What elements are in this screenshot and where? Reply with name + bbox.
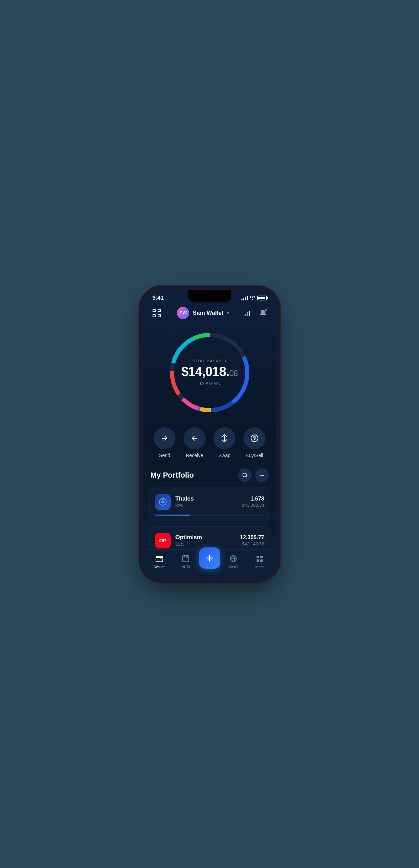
swap-label: Swap [219, 453, 231, 458]
asset-row-optimism: OP Optimism 31% 12,305.77 $42,149.56 [155, 533, 264, 548]
balance-cents: 08 [229, 368, 238, 378]
phone-screen: 9:41 [143, 290, 276, 579]
svg-rect-32 [260, 559, 263, 562]
balance-label: TOTAL BALANCE [181, 359, 238, 363]
receive-button[interactable] [184, 427, 206, 449]
portfolio-actions [238, 468, 269, 482]
portfolio-title: My Portfolio [150, 471, 194, 480]
thales-values: 1.673 $43,003.34 [242, 496, 264, 508]
donut-chart: TOTAL BALANCE $14,018.08 12 Assets [165, 328, 254, 417]
balance-amount: $14,018.08 [181, 365, 238, 378]
optimism-name: Optimism [175, 534, 235, 541]
wallet-name-label: Sam Wallet [193, 310, 223, 316]
svg-rect-31 [257, 559, 259, 562]
svg-rect-8 [247, 312, 248, 316]
asset-row-thales: Thales 32% 1.673 $43,003.34 [155, 494, 264, 510]
chevron-down-icon: ▾ [227, 311, 229, 315]
notification-badge [264, 308, 268, 312]
optimism-logo: OP [155, 533, 171, 548]
more-nav-icon [255, 554, 264, 563]
send-label: Send [159, 453, 170, 458]
swap-button[interactable] [213, 427, 235, 449]
buysell-action[interactable]: $ Buy/Sell [244, 427, 265, 458]
buysell-button[interactable]: $ [244, 427, 265, 449]
buysell-label: Buy/Sell [246, 453, 263, 458]
svg-rect-0 [153, 309, 155, 312]
svg-rect-24 [156, 556, 163, 562]
svg-point-23 [162, 499, 163, 500]
svg-point-26 [186, 557, 187, 558]
wallet-nav-label: Wallet [154, 565, 165, 569]
optimism-info: Optimism 31% [175, 534, 235, 547]
receive-action[interactable]: Receive [184, 427, 206, 458]
svg-rect-9 [249, 311, 250, 316]
header-left [150, 307, 164, 319]
svg-rect-2 [153, 314, 155, 317]
portfolio-search-button[interactable] [238, 468, 252, 482]
header: SW Sam Wallet ▾ [143, 304, 276, 325]
svg-point-20 [243, 473, 247, 477]
header-right [242, 308, 269, 319]
balance-main: $14,018. [181, 364, 229, 379]
nav-center-button[interactable] [199, 547, 220, 569]
signal-icon [241, 296, 248, 300]
thales-logo [155, 494, 171, 510]
nav-web3[interactable]: Web3 [220, 554, 247, 569]
svg-rect-25 [183, 556, 189, 562]
nav-nfts[interactable]: NFTs [173, 554, 199, 569]
nav-more[interactable]: More [247, 554, 273, 569]
scan-icon[interactable] [150, 307, 163, 319]
status-time: 9:41 [153, 295, 164, 301]
notifications-icon[interactable] [258, 308, 269, 319]
portfolio-header: My Portfolio [149, 468, 270, 482]
thales-usd: $43,003.34 [242, 503, 264, 508]
nav-wallet[interactable]: Wallet [146, 554, 173, 569]
donut-chart-section: TOTAL BALANCE $14,018.08 12 Assets [143, 325, 276, 424]
swap-action[interactable]: Swap [213, 427, 235, 458]
receive-label: Receive [186, 453, 203, 458]
wallet-selector[interactable]: SW Sam Wallet ▾ [177, 307, 229, 319]
analytics-icon[interactable] [242, 308, 253, 319]
more-nav-label: More [255, 565, 264, 569]
status-icons [241, 296, 267, 300]
notch [188, 290, 231, 302]
optimism-pct: 31% [175, 542, 235, 547]
thales-progress-bar [155, 515, 264, 516]
thales-amount: 1.673 [242, 496, 264, 502]
action-buttons: Send Receive Swap [143, 424, 276, 468]
thales-name: Thales [175, 495, 237, 502]
svg-rect-29 [257, 556, 259, 558]
battery-icon [257, 296, 267, 300]
wallet-nav-icon [155, 554, 164, 563]
web3-nav-label: Web3 [228, 565, 238, 569]
svg-rect-7 [245, 314, 246, 316]
thales-progress-fill [155, 515, 190, 516]
nfts-nav-icon [181, 554, 191, 563]
send-action[interactable]: Send [154, 427, 175, 458]
svg-rect-30 [260, 556, 263, 558]
svg-rect-1 [158, 309, 160, 312]
svg-point-22 [161, 501, 164, 503]
optimism-amount: 12,305.77 [240, 534, 264, 541]
avatar: SW [177, 307, 189, 319]
optimism-usd: $42,149.56 [240, 541, 264, 546]
bottom-nav: Wallet NFTs [143, 549, 276, 579]
phone-frame: 9:41 [143, 290, 276, 579]
wifi-icon [250, 296, 255, 300]
balance-display: TOTAL BALANCE $14,018.08 12 Assets [181, 359, 238, 386]
thales-pct: 32% [175, 503, 237, 508]
portfolio-add-button[interactable] [255, 468, 269, 482]
web3-nav-icon [228, 554, 238, 563]
asset-card-thales[interactable]: Thales 32% 1.673 $43,003.34 [149, 488, 270, 522]
nfts-nav-label: NFTs [181, 565, 190, 569]
thales-info: Thales 32% [175, 495, 237, 508]
optimism-values: 12,305.77 $42,149.56 [240, 534, 264, 546]
send-button[interactable] [154, 427, 175, 449]
assets-count: 12 Assets [181, 381, 238, 386]
